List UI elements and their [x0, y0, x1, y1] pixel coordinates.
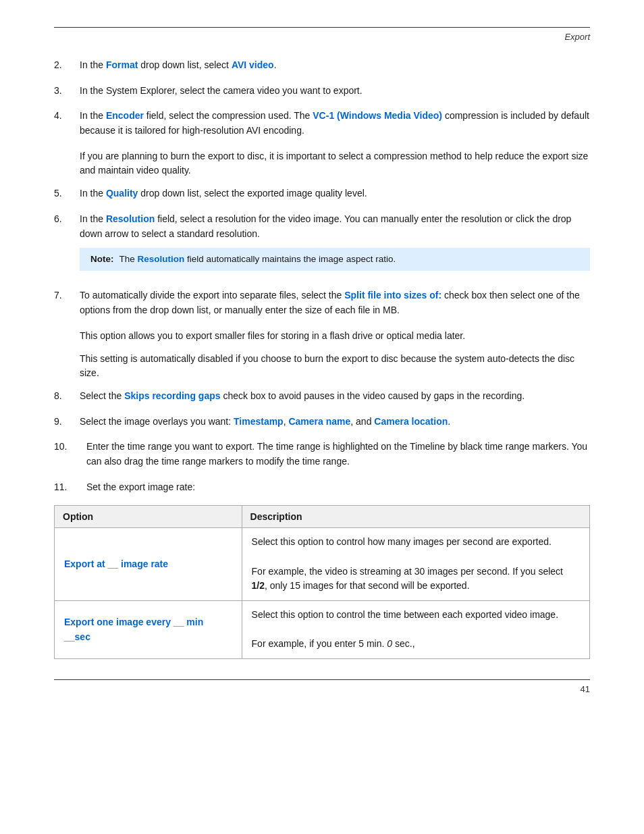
skips-recording-link: Skips recording gaps [124, 390, 220, 401]
page: Export 2. In the Format drop down list, … [0, 0, 644, 834]
list-number: 10. [54, 440, 86, 469]
export-table-section: Option Description Export at __ image ra… [54, 505, 590, 659]
list-item: 6. In the Resolution field, select a res… [54, 212, 590, 278]
split-file-link: Split file into sizes of: [344, 290, 441, 301]
camera-name-link: Camera name [288, 416, 350, 427]
list-number: 4. [54, 109, 80, 138]
list-body: In the Encoder field, select the compres… [80, 109, 590, 138]
desc-text-2: For example, the video is streaming at 3… [252, 566, 563, 592]
list-body: In the Quality drop down list, select th… [80, 186, 590, 201]
list-number: 6. [54, 212, 80, 278]
list-number: 8. [54, 389, 80, 404]
main-content: 2. In the Format drop down list, select … [54, 58, 590, 659]
note-label: Note: [90, 253, 114, 266]
format-link: Format [106, 59, 138, 70]
table-header-option: Option [55, 506, 242, 528]
table-row: Export one image every __ min __sec Sele… [55, 601, 590, 659]
encoder-link: Encoder [106, 110, 144, 121]
list-number: 9. [54, 415, 80, 429]
list-item: 5. In the Quality drop down list, select… [54, 186, 590, 201]
vc1-link: VC-1 (Windows Media Video) [313, 110, 442, 121]
resolution-note-link: Resolution [138, 254, 185, 264]
list-item: 9. Select the image overlays you want: T… [54, 415, 590, 429]
bold-half: 1/2 [252, 580, 265, 591]
list-body: Select the image overlays you want: Time… [80, 415, 590, 429]
list-number: 7. [54, 288, 80, 317]
table-header-description: Description [242, 506, 589, 528]
desc-text: Select this option to control the time b… [252, 609, 559, 620]
list-body: Set the export image rate: [86, 480, 590, 495]
list-body: Select the Skips recording gaps check bo… [80, 389, 590, 404]
extra-paragraph: If you are planning to burn the export t… [80, 149, 590, 178]
list-item: 11. Set the export image rate: [54, 480, 590, 495]
extra-paragraph: This setting is automatically disabled i… [80, 352, 590, 381]
page-number: 41 [54, 684, 590, 694]
export-table: Option Description Export at __ image ra… [54, 505, 590, 659]
list-number: 2. [54, 58, 80, 73]
italic-zero: 0 [387, 638, 392, 649]
list-item: 7. To automatically divide the export in… [54, 288, 590, 317]
timestamp-link: Timestamp [234, 416, 284, 427]
list-number: 3. [54, 84, 80, 99]
camera-location-link: Camera location [374, 416, 448, 427]
avi-video-link: AVI video [232, 59, 274, 70]
list-body: Enter the time range you want to export.… [86, 440, 590, 469]
list-body: In the Resolution field, select a resolu… [80, 212, 590, 278]
note-box: Note: The Resolution field automatically… [80, 248, 590, 271]
list-item: 8. Select the Skips recording gaps check… [54, 389, 590, 404]
desc-text: Select this option to control how many i… [252, 536, 552, 547]
page-title: Export [54, 32, 590, 42]
resolution-link: Resolution [106, 213, 155, 224]
desc-text-2: For example, if you enter 5 min. 0 sec., [252, 638, 415, 649]
table-description-cell: Select this option to control the time b… [242, 601, 589, 659]
list-body: To automatically divide the export into … [80, 288, 590, 317]
list-number: 5. [54, 186, 80, 201]
export-one-image-label: Export one image every __ min __sec [64, 617, 203, 642]
quality-link: Quality [106, 188, 138, 199]
list-number: 11. [54, 480, 86, 495]
list-item: 10. Enter the time range you want to exp… [54, 440, 590, 469]
list-item: 3. In the System Explorer, select the ca… [54, 84, 590, 99]
list-item: 2. In the Format drop down list, select … [54, 58, 590, 73]
table-row: Export at __ image rate Select this opti… [55, 528, 590, 601]
header-divider [54, 27, 590, 28]
table-option-cell: Export one image every __ min __sec [55, 601, 242, 659]
note-text: The Resolution field automatically maint… [119, 253, 396, 266]
extra-paragraph: This option allows you to export smaller… [80, 329, 590, 344]
table-option-cell: Export at __ image rate [55, 528, 242, 601]
list-item: 4. In the Encoder field, select the comp… [54, 109, 590, 138]
footer-divider [54, 679, 590, 680]
list-body: In the System Explorer, select the camer… [80, 84, 590, 99]
table-description-cell: Select this option to control how many i… [242, 528, 589, 601]
export-at-image-rate-label: Export at __ image rate [64, 558, 168, 569]
list-body: In the Format drop down list, select AVI… [80, 58, 590, 73]
